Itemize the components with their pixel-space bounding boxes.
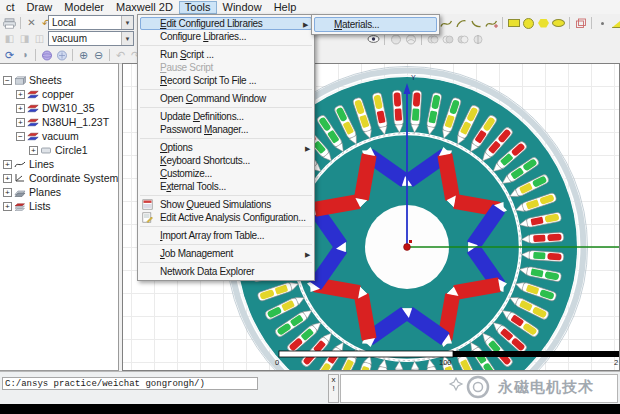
menu-item-network-data-explorer[interactable]: Network Data Explorer	[138, 265, 314, 278]
draw-box-icon[interactable]	[574, 17, 587, 30]
menu-item-password-manager[interactable]: Password Manager...	[138, 123, 314, 136]
tree-item-dw310-35[interactable]: +DW310_35	[0, 101, 118, 115]
orbit-sphere-icon[interactable]	[40, 49, 53, 62]
pin-icon[interactable]: !	[329, 384, 338, 393]
draw-spline-icon[interactable]	[440, 17, 453, 30]
menu-separator	[140, 138, 312, 139]
draw-arc-3pt-icon[interactable]	[470, 17, 483, 30]
boolean-split-icon[interactable]	[471, 33, 484, 46]
toolbar-separator	[591, 17, 592, 29]
draw-arc-center-icon[interactable]	[455, 17, 468, 30]
tree-expander-icon[interactable]: +	[3, 202, 12, 211]
menu-item-record-script-to-file[interactable]: Record Script To File ...	[138, 74, 314, 87]
coil-outer-layer	[547, 253, 561, 261]
draw-plane-icon[interactable]	[611, 17, 620, 30]
menu-item-maxwell-2d[interactable]: Maxwell 2D	[110, 1, 179, 14]
view-undo-icon[interactable]: ↶	[114, 49, 127, 62]
rotate-view-icon[interactable]: ⟳	[3, 49, 16, 62]
tree-item-label: Sheets	[29, 74, 62, 86]
chevron-down-icon[interactable]: ▼	[121, 32, 133, 45]
menu-item-external-tools[interactable]: External Tools...	[138, 180, 314, 193]
tree-expander-icon[interactable]: +	[29, 146, 38, 155]
boolean-subtract-icon[interactable]	[441, 33, 454, 46]
analysis-config-icon	[142, 212, 153, 223]
tree-item-n38uh-1-23t[interactable]: +N38UH_1.23T	[0, 115, 118, 129]
tree-expander-icon[interactable]: +	[3, 188, 12, 197]
tree-expander-icon[interactable]: +	[16, 104, 25, 113]
boolean-intersect-icon[interactable]	[456, 33, 469, 46]
align-right-icon[interactable]: ◫	[33, 33, 46, 46]
pan-sphere-icon[interactable]	[55, 49, 68, 62]
menu-item-project-clipped[interactable]: ct	[0, 1, 21, 14]
tree-item-circle1[interactable]: +Circle1	[0, 143, 118, 157]
menu-item-update-definitions[interactable]: Update Definitions...	[138, 110, 314, 123]
tree-item-planes[interactable]: +Planes	[0, 185, 118, 199]
menu-separator	[140, 45, 312, 46]
tree-item-lists[interactable]: +Lists	[0, 199, 118, 213]
menu-item-customize[interactable]: Customize...	[138, 167, 314, 180]
material-combo-value: vacuum	[49, 33, 121, 44]
menu-item-job-management[interactable]: Job Management▶	[138, 247, 314, 260]
submenu-arrow-icon: ▶	[305, 248, 310, 261]
menu-item-draw[interactable]: Draw	[21, 1, 59, 14]
draw-equation-curve-icon[interactable]	[485, 17, 498, 30]
tree-expander-icon[interactable]: +	[16, 118, 25, 127]
zoom-in-icon[interactable]: ⊕	[77, 49, 90, 62]
material-combo[interactable]: vacuum ▼	[48, 31, 134, 46]
tree-item-coordinate-systems[interactable]: +Coordinate Systems	[0, 171, 118, 185]
menu-item-import-array-from-table[interactable]: Import Array from Table...	[138, 229, 314, 242]
scale-ruler-label: 0	[275, 358, 279, 367]
draw-rectangle-icon[interactable]	[507, 17, 520, 30]
delete-icon[interactable]: ✕	[25, 17, 38, 30]
menu-item-help[interactable]: Help	[268, 1, 303, 14]
draw-regular-polygon-icon[interactable]	[537, 17, 550, 30]
menu-item-modeler[interactable]: Modeler	[58, 1, 110, 14]
tree-expander-icon[interactable]: +	[16, 90, 25, 99]
align-center-icon[interactable]: ◨	[18, 33, 31, 46]
tree-expander-icon[interactable]: −	[3, 76, 12, 85]
zoom-out-icon[interactable]: ⊖	[92, 49, 105, 62]
menu-item-pause-script[interactable]: Pause Script	[138, 61, 314, 74]
tree-item-sheets[interactable]: −Sheets	[0, 73, 118, 87]
chevron-down-icon[interactable]: ▼	[121, 16, 133, 29]
draw-ellipse-icon[interactable]	[552, 17, 565, 30]
tree-expander-icon[interactable]: −	[16, 132, 25, 141]
menu-item-show-queued-simulations[interactable]: Show Queued Simulations	[138, 198, 314, 211]
tree-expander-icon[interactable]: +	[3, 174, 12, 183]
menu-item-open-command-window[interactable]: Open Command Window	[138, 92, 314, 105]
watermark-logo-icon	[448, 374, 498, 400]
shaded-view-icon[interactable]: ◑	[18, 49, 31, 62]
coil-inner-layer	[395, 108, 403, 120]
menu-item-edit-configured-libraries[interactable]: Edit Configured Libraries▶	[140, 17, 312, 30]
draw-point-icon[interactable]	[596, 17, 609, 30]
message-window-gripper[interactable]: x !	[328, 374, 339, 403]
tree-item-copper[interactable]: +copper	[0, 87, 118, 101]
menu-item-tools[interactable]: Tools	[179, 1, 217, 14]
tree-expander-icon[interactable]: +	[3, 160, 12, 169]
scale-ruler-label: 100	[439, 358, 452, 367]
close-icon[interactable]: x	[329, 375, 338, 384]
draw-circle-icon[interactable]	[522, 17, 535, 30]
scale-ruler-label: 2	[614, 358, 618, 367]
menu-item-materials[interactable]: Materials...	[314, 17, 437, 32]
tree-item-label: DW310_35	[42, 102, 95, 114]
menu-item-run-script[interactable]: Run Script ...	[138, 48, 314, 61]
tree-item-vacuum[interactable]: −vacuum	[0, 129, 118, 143]
menu-item-configure-libraries[interactable]: Configure Libraries...	[138, 30, 314, 43]
menu-bar: ctDrawModelerMaxwell 2DToolsWindowHelp	[0, 0, 620, 15]
coordinate-system-combo[interactable]: Local ▼	[48, 15, 134, 30]
material-icon	[27, 132, 39, 141]
toolbar-separator	[569, 17, 570, 29]
menu-item-window[interactable]: Window	[217, 1, 268, 14]
printer-icon[interactable]	[3, 17, 16, 30]
tree-item-lines[interactable]: +Lines	[0, 157, 118, 171]
menu-item-options[interactable]: Options▶	[138, 141, 314, 154]
tree-item-label: Lines	[29, 158, 54, 170]
align-left-icon[interactable]: ◧	[3, 33, 16, 46]
scale-ruler-white-segment	[279, 351, 453, 357]
watermark: 永磁电机技术	[448, 373, 620, 401]
toolbar-separator	[72, 49, 73, 61]
menu-item-keyboard-shortcuts[interactable]: Keyboard Shortcuts...	[138, 154, 314, 167]
coordinate-systems-icon	[14, 173, 26, 183]
menu-item-edit-active-analysis-configuration[interactable]: Edit Active Analysis Configuration...	[138, 211, 314, 224]
